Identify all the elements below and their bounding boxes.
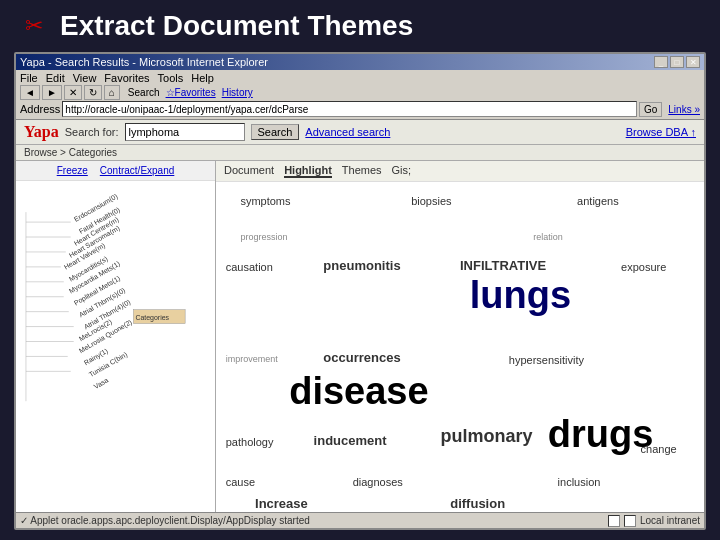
word-inducement[interactable]: inducement xyxy=(314,433,387,448)
address-label: Address xyxy=(20,103,60,115)
right-panel-header: Document Highlight Themes Gis; xyxy=(216,161,704,182)
word-exposure[interactable]: exposure xyxy=(621,261,666,273)
search-button[interactable]: Search xyxy=(251,124,300,140)
links-label[interactable]: Links » xyxy=(668,104,700,115)
browser-menu: File Edit View Favorites Tools Help xyxy=(20,72,214,84)
scissors-icon: ✂ xyxy=(20,12,48,40)
word-pneumonitis[interactable]: pneumonitis xyxy=(323,258,400,273)
address-row: Address Go Links » xyxy=(20,101,700,117)
page-title: Extract Document Themes xyxy=(60,10,413,42)
left-panel: Freeze Contract/Expand Erdocansium(0) Fa… xyxy=(16,161,216,512)
advanced-search-link[interactable]: Advanced search xyxy=(305,126,390,138)
tree-item[interactable]: Vasa xyxy=(93,376,110,390)
menu-file[interactable]: File xyxy=(20,72,38,84)
menu-row: File Edit View Favorites Tools Help xyxy=(20,72,700,84)
menu-tools[interactable]: Tools xyxy=(158,72,184,84)
home-button[interactable]: ⌂ xyxy=(104,85,120,100)
word-antigens[interactable]: antigens xyxy=(577,195,619,207)
freeze-button[interactable]: Freeze xyxy=(57,165,88,176)
word-cloud: symptoms biopsies antigens progression r… xyxy=(216,182,704,512)
nav-buttons: ◄ ► ✕ ↻ ⌂ xyxy=(20,85,120,100)
browser-controls: _ □ ✕ xyxy=(654,56,700,68)
tree-svg: Erdocansium(0) Fatal Health(0) Heart Cen… xyxy=(16,181,215,502)
favorites-link[interactable]: ☆Favorites xyxy=(166,87,216,98)
word-disease[interactable]: disease xyxy=(289,370,428,413)
breadcrumb: Browse > Categories xyxy=(16,145,704,161)
main-content: Yapa Search for: Search Advanced search … xyxy=(16,120,704,512)
word-symptoms[interactable]: symptoms xyxy=(240,195,290,207)
search-input[interactable] xyxy=(125,123,245,141)
address-input[interactable] xyxy=(62,101,637,117)
word-increase[interactable]: Increase xyxy=(255,496,308,511)
go-button[interactable]: Go xyxy=(639,102,662,117)
word-biopsies[interactable]: biopsies xyxy=(411,195,451,207)
word-diagnoses[interactable]: diagnoses xyxy=(353,476,403,488)
word-occurrences[interactable]: occurrences xyxy=(323,350,400,365)
word-hypersensitivity[interactable]: hypersensitivity xyxy=(509,354,584,366)
browser-statusbar: ✓ Applet oracle.apps.apc.deployclient.Di… xyxy=(16,512,704,528)
word-inclusion[interactable]: inclusion xyxy=(558,476,601,488)
word-progression[interactable]: progression xyxy=(240,232,287,242)
word-infiltrative[interactable]: INFILTRATIVE xyxy=(460,258,546,273)
search-label: Search xyxy=(128,87,160,98)
browser-toolbar: File Edit View Favorites Tools Help ◄ ► … xyxy=(16,70,704,120)
word-pulmonary[interactable]: pulmonary xyxy=(440,426,532,447)
history-link[interactable]: History xyxy=(222,87,253,98)
tab-themes[interactable]: Themes xyxy=(342,164,382,178)
back-button[interactable]: ◄ xyxy=(20,85,40,100)
browser-title: Yapa - Search Results - Microsoft Intern… xyxy=(20,56,268,68)
right-panel: Document Highlight Themes Gis; symptoms … xyxy=(216,161,704,512)
word-drugs[interactable]: drugs xyxy=(548,413,654,456)
refresh-button[interactable]: ↻ xyxy=(84,85,102,100)
left-panel-toolbar: Freeze Contract/Expand xyxy=(16,161,215,181)
word-change[interactable]: change xyxy=(641,443,677,455)
forward-button[interactable]: ► xyxy=(42,85,62,100)
minimize-button[interactable]: _ xyxy=(654,56,668,68)
yapa-bar: Yapa Search for: Search Advanced search … xyxy=(16,120,704,145)
expand-button[interactable]: Contract/Expand xyxy=(100,165,175,176)
word-causation[interactable]: causation xyxy=(226,261,273,273)
status-checkbox xyxy=(608,515,620,527)
tab-gis[interactable]: Gis; xyxy=(392,164,412,178)
word-improvement[interactable]: improvement xyxy=(226,354,278,364)
menu-view[interactable]: View xyxy=(73,72,97,84)
highlighted-category: Categories xyxy=(135,314,169,322)
status-text: ✓ Applet oracle.apps.apc.deployclient.Di… xyxy=(20,515,608,526)
tree-visualization: Erdocansium(0) Fatal Health(0) Heart Cen… xyxy=(16,181,215,502)
search-for-label: Search for: xyxy=(65,126,119,138)
tab-document[interactable]: Document xyxy=(224,164,274,178)
content-split: Freeze Contract/Expand Erdocansium(0) Fa… xyxy=(16,161,704,512)
status-right: Local intranet xyxy=(608,515,700,527)
page-header: ✂ Extract Document Themes xyxy=(0,0,720,52)
word-diffusion[interactable]: diffusion xyxy=(450,496,505,511)
maximize-button[interactable]: □ xyxy=(670,56,684,68)
yapa-logo: Yapa xyxy=(24,123,59,141)
tab-highlight[interactable]: Highlight xyxy=(284,164,332,178)
stop-button[interactable]: ✕ xyxy=(64,85,82,100)
menu-favorites[interactable]: Favorites xyxy=(104,72,149,84)
word-lungs[interactable]: lungs xyxy=(470,274,571,317)
address-bar: Address Go Links » xyxy=(20,101,700,117)
word-cause[interactable]: cause xyxy=(226,476,255,488)
browser-titlebar: Yapa - Search Results - Microsoft Intern… xyxy=(16,54,704,70)
zoom-label: Local intranet xyxy=(640,515,700,526)
nav-row: ◄ ► ✕ ↻ ⌂ Search ☆Favorites History xyxy=(20,85,700,100)
menu-help[interactable]: Help xyxy=(191,72,214,84)
word-relation[interactable]: relation xyxy=(533,232,563,242)
close-button[interactable]: ✕ xyxy=(686,56,700,68)
browser-window: Yapa - Search Results - Microsoft Intern… xyxy=(14,52,706,530)
status-checkbox2 xyxy=(624,515,636,527)
browse-dba-link[interactable]: Browse DBA ↑ xyxy=(626,126,696,138)
menu-edit[interactable]: Edit xyxy=(46,72,65,84)
word-pathology[interactable]: pathology xyxy=(226,436,274,448)
